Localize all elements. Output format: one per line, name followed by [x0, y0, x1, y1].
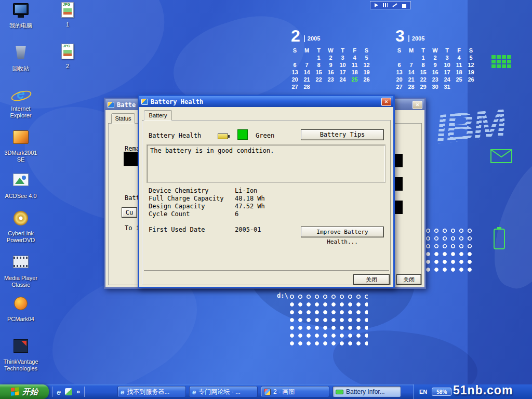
pen-icon[interactable]	[392, 3, 397, 7]
calendar-day: 17	[337, 69, 349, 76]
calendar-day: 10	[441, 61, 453, 69]
desktop-icon-label: 2	[47, 63, 88, 70]
improve-battery-health-button[interactable]: Improve Battery Health...	[301, 227, 384, 237]
calendar-weekday-header: T	[417, 47, 429, 54]
desktop-icon-label: 1	[47, 21, 88, 28]
task-label: 2 - 画图	[273, 388, 295, 396]
calendar-month-number: 3	[395, 28, 405, 44]
battery-cell-image	[395, 201, 403, 214]
close-icon[interactable]: ×	[413, 101, 422, 109]
desktop: IBM d:\ 2 2005 SMTWTFS 12345678910111213…	[0, 0, 532, 399]
custom-button-fragment[interactable]: Cu	[122, 207, 137, 218]
calendar-weekday-header: T	[441, 47, 453, 54]
desktop-icon-label: PCMark04	[0, 316, 42, 323]
windows-flag-icon	[11, 387, 19, 396]
acdsee-icon	[10, 174, 31, 191]
calendar-march-2005: 3 2005 SMTWTFS 1234567891011121314151617…	[393, 26, 480, 90]
battery-gauge-image	[124, 152, 138, 166]
quicklaunch-overflow-chevron[interactable]: »	[76, 388, 80, 395]
language-indicator[interactable]: EN	[419, 389, 427, 395]
calendar-day: 27	[393, 83, 405, 90]
desktop-icon-label: 回收站	[0, 65, 42, 72]
calendar-day: 31	[441, 83, 453, 90]
dot-grid	[289, 301, 368, 347]
calendar-day: 11	[349, 61, 361, 69]
calendar-weekday-row: SMTWTFS	[289, 47, 375, 54]
tab-battery[interactable]: Battery	[144, 110, 172, 121]
notes-icon[interactable]	[402, 3, 406, 8]
calendar-day: 2	[429, 54, 441, 61]
calendar-day: 25	[453, 76, 465, 83]
app-quicklaunch-icon[interactable]	[65, 388, 72, 395]
battery-health-dialog[interactable]: Battery Health × Battery Health Green Ba…	[138, 95, 395, 288]
grid-icon	[491, 55, 511, 68]
first-used-value: 2005-01	[235, 226, 261, 233]
tray-battery-indicator[interactable]: 58%	[432, 388, 451, 396]
calendar-day: 16	[325, 69, 337, 76]
desktop-icon-3dmark2001[interactable]: 3DMark2001 SE	[0, 129, 42, 163]
calendar-day: 24	[337, 76, 349, 83]
calendar-weekday-header: W	[429, 47, 441, 54]
desktop-icon-powerdvd[interactable]: CyberLink PowerDVD	[0, 210, 42, 244]
close-window-button[interactable]: 关闭	[396, 274, 421, 285]
battery-health-label: Battery Health	[149, 132, 201, 139]
equalizer-icon[interactable]	[383, 3, 388, 7]
calendar-day: 21	[301, 76, 313, 83]
taskbar-button-paint[interactable]: 2 - 画图	[261, 386, 329, 397]
taskbar-button-browser-1[interactable]: e 找不到服务器...	[117, 386, 186, 397]
field-label: Cycle Count	[149, 210, 190, 218]
desktop-icon-jpg-1[interactable]: JPG 1	[47, 2, 88, 28]
volume-icon[interactable]	[375, 3, 378, 7]
taskbar-button-browser-2[interactable]: e 专门网论坛 - ...	[189, 386, 258, 397]
calendar-month-number: 2	[291, 28, 300, 44]
dialog-title: Battery Health	[151, 98, 203, 105]
desktop-icon-pcmark04[interactable]: PCMark04	[0, 295, 42, 323]
calendar-day: 29	[417, 83, 429, 90]
calendar-day: 8	[313, 61, 325, 69]
dot-grid	[425, 251, 474, 274]
desktop-icon-thinkvantage[interactable]: ThinkVantage Technologies	[0, 338, 42, 372]
field-value: 48.18 Wh	[235, 195, 265, 202]
calendar-day: 24	[441, 76, 453, 83]
battery-app-icon	[141, 99, 148, 105]
close-dialog-button[interactable]: 关闭	[353, 274, 390, 285]
desktop-icon-label: ThinkVantage Technologies	[0, 358, 42, 372]
calendar-day: 20	[289, 76, 301, 83]
calendar-day: 14	[405, 69, 417, 76]
calendar-day: 3	[441, 54, 453, 61]
desktop-icon-my-computer[interactable]: 我的电脑	[0, 3, 42, 29]
calendar-day: 22	[417, 76, 429, 83]
battery-tips-button[interactable]: Battery Tips	[301, 129, 384, 140]
desktop-icon-media-player-classic[interactable]: Media Player Classic	[0, 254, 42, 288]
tab-status[interactable]: Status	[111, 113, 135, 124]
calendar-day: 23	[429, 76, 441, 83]
calendar-day: 6	[289, 61, 301, 69]
ie-quicklaunch-icon[interactable]: e	[57, 388, 61, 396]
calendar-day: 1	[417, 54, 429, 61]
desktop-icon-acdsee[interactable]: ACDSee 4.0	[0, 171, 42, 200]
drive-label: d:\	[277, 292, 288, 299]
battery-cell-image	[395, 177, 403, 191]
calendar-day: 15	[313, 69, 325, 76]
calendar-weekday-header: S	[361, 47, 373, 54]
calendar-day: 20	[393, 76, 405, 83]
calendar-weekday-header: M	[405, 47, 417, 54]
quick-settings-toolbar[interactable]	[370, 1, 411, 9]
my-computer-icon	[10, 3, 31, 21]
calendar-day	[405, 54, 417, 61]
condition-text: The battery is in good condition.	[147, 145, 385, 156]
dialog-titlebar[interactable]: Battery Health ×	[139, 96, 393, 107]
taskbar-button-battery-information[interactable]: Battery Infor...	[332, 386, 401, 397]
desktop-icon-jpg-2[interactable]: JPG 2	[47, 44, 88, 70]
divider	[52, 387, 52, 397]
calendar-day: 9	[429, 61, 441, 69]
start-button[interactable]: 开始	[0, 384, 49, 399]
calendar-day: 26	[361, 76, 373, 83]
calendar-day-grid: 1234567891011121314151617181920212223242…	[393, 54, 480, 90]
close-icon[interactable]: ×	[381, 98, 391, 106]
first-used-label: First Used Date	[149, 226, 205, 233]
desktop-icon-recycle-bin[interactable]: 回收站	[0, 45, 42, 72]
calendar-day: 13	[393, 69, 405, 76]
calendar-day	[301, 54, 313, 61]
desktop-icon-internet-explorer[interactable]: e Internet Explorer	[0, 86, 42, 119]
